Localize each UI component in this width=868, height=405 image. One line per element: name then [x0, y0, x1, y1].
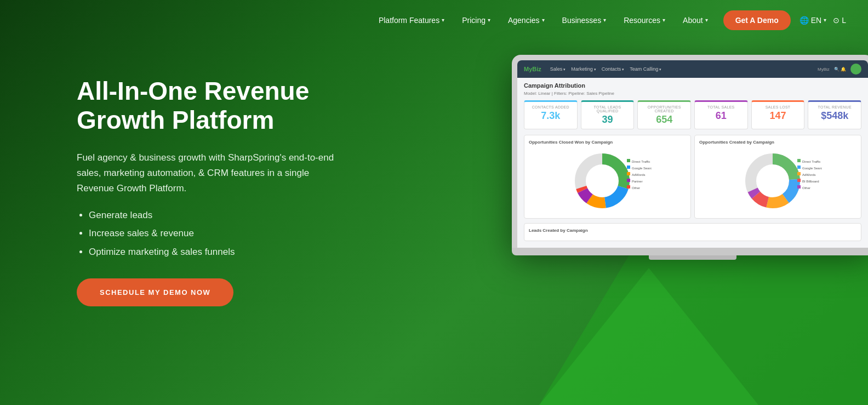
nav-platform-features-label: Platform Features	[379, 16, 439, 25]
dash-nav-sales[interactable]: Sales	[550, 66, 566, 72]
kpi-label: Opportunities Created	[642, 105, 686, 113]
nav-businesses[interactable]: Businesses ▾	[555, 12, 614, 29]
chevron-down-icon: ▾	[442, 17, 444, 23]
kpi-card-contacts: Contacts Added 7.3k	[524, 100, 578, 129]
svg-rect-26	[797, 166, 801, 169]
svg-point-6	[587, 166, 618, 196]
nav-agencies-label: Agencies	[508, 16, 540, 25]
hero-description: Fuel agency & business growth with Sharp…	[77, 150, 340, 196]
svg-point-23	[757, 166, 788, 196]
kpi-card-revenue: Total Revenue $548k	[808, 100, 861, 129]
svg-text:Other: Other	[632, 186, 640, 190]
svg-text:AdWords: AdWords	[802, 173, 816, 176]
get-demo-button[interactable]: Get A Demo	[723, 10, 791, 30]
charts-row: Opportunities Closed Won by Campaign	[524, 135, 861, 219]
chevron-down-icon: ▾	[542, 17, 545, 23]
user-icon: ⊙	[833, 16, 840, 25]
hero-section: Platform Features ▾ Pricing ▾ Agencies ▾…	[0, 0, 868, 405]
chevron-down-icon: ▾	[705, 17, 708, 23]
chart-created-by-campaign: Opportunities Created by Campaign	[694, 135, 861, 219]
dashboard-avatar	[850, 64, 861, 75]
hero-list: Generate leads Increase sales & revenue …	[77, 208, 384, 259]
laptop-base	[512, 248, 868, 255]
chevron-down-icon: ▾	[603, 17, 606, 23]
kpi-card-sales-lost: Sales Lost 147	[751, 100, 805, 129]
kpi-value: 147	[756, 110, 800, 122]
dash-icons: 🔍 🔔	[834, 67, 846, 72]
kpi-label: Sales Lost	[756, 105, 800, 109]
svg-text:Google Search: Google Search	[632, 167, 652, 170]
kpi-card-sales: Total Sales 61	[694, 100, 748, 129]
user-label: L	[842, 16, 846, 25]
kpi-value: 61	[699, 110, 743, 122]
lang-label: EN	[811, 16, 821, 25]
hero-content: All-In-One Revenue Growth Platform Fuel …	[77, 77, 384, 306]
nav-resources-label: Resources	[624, 16, 660, 25]
dash-mybiz-label: MyBiz	[818, 67, 830, 72]
kpi-value: 39	[586, 114, 630, 126]
dashboard-header: MyBiz Sales Marketing Contacts Team Call…	[517, 60, 868, 78]
kpi-label: Contacts Added	[529, 105, 573, 109]
laptop-mockup: MyBiz Sales Marketing Contacts Team Call…	[512, 55, 868, 260]
nav-platform-features[interactable]: Platform Features ▾	[371, 12, 452, 29]
svg-text:Direct Traffic: Direct Traffic	[802, 160, 821, 163]
kpi-value: 7.3k	[529, 110, 573, 122]
svg-text:BI Billboard: BI Billboard	[802, 180, 819, 183]
list-item: Optimize marketing & sales funnels	[89, 245, 384, 259]
list-item: Generate leads	[89, 208, 384, 223]
chart-closed-won: Opportunities Closed Won by Campaign	[524, 135, 691, 219]
list-item: Increase sales & revenue	[89, 226, 384, 241]
laptop-screen: MyBiz Sales Marketing Contacts Team Call…	[517, 60, 868, 248]
nav-businesses-label: Businesses	[562, 16, 602, 25]
svg-rect-24	[797, 159, 801, 162]
chart-title: Leads Created by Campaign	[529, 228, 856, 233]
dashboard-subtitle: Model: Linear | Filters: Pipeline: Sales…	[524, 91, 861, 96]
svg-rect-11	[627, 172, 630, 175]
svg-rect-7	[627, 159, 630, 162]
nav-pricing[interactable]: Pricing ▾	[454, 12, 498, 29]
nav-pricing-label: Pricing	[462, 16, 486, 25]
dash-nav-marketing[interactable]: Marketing	[571, 66, 596, 72]
laptop-outer: MyBiz Sales Marketing Contacts Team Call…	[512, 55, 868, 248]
dashboard-logo: MyBiz	[524, 66, 541, 72]
kpi-label: Total Revenue	[813, 105, 856, 109]
nav-about[interactable]: About ▾	[675, 12, 716, 29]
svg-text:Other: Other	[802, 186, 810, 190]
dashboard: MyBiz Sales Marketing Contacts Team Call…	[517, 60, 868, 248]
chevron-down-icon: ▾	[663, 17, 665, 23]
kpi-value: 654	[642, 114, 686, 126]
dash-nav-team-calling[interactable]: Team Calling	[630, 66, 661, 72]
hero-title: All-In-One Revenue Growth Platform	[77, 77, 384, 135]
user-menu[interactable]: ⊙ L	[833, 16, 846, 25]
language-selector[interactable]: 🌐 EN ▾	[800, 16, 826, 25]
globe-icon: 🌐	[800, 16, 809, 25]
svg-rect-15	[627, 185, 630, 189]
kpi-card-opportunities: Opportunities Created 654	[637, 100, 691, 129]
chart-leads-created: Leads Created by Campaign	[524, 223, 861, 241]
dashboard-section-title: Campaign Attribution	[524, 82, 861, 89]
svg-text:AdWords: AdWords	[632, 173, 646, 176]
chart-title: Opportunities Closed Won by Campaign	[529, 140, 686, 145]
kpi-label: Total Leads Qualified	[586, 105, 630, 113]
svg-rect-32	[797, 185, 801, 189]
svg-text:Partner: Partner	[632, 180, 643, 183]
svg-text:Google Search: Google Search	[802, 167, 822, 170]
nav-about-label: About	[683, 16, 703, 25]
schedule-demo-button[interactable]: SCHEDULE MY DEMO NOW	[77, 278, 233, 306]
dashboard-nav: Sales Marketing Contacts Team Calling	[550, 66, 661, 72]
svg-rect-13	[627, 179, 630, 182]
chart-title: Opportunities Created by Campaign	[699, 140, 856, 145]
kpi-card-leads: Total Leads Qualified 39	[581, 100, 635, 129]
dash-nav-contacts[interactable]: Contacts	[602, 66, 624, 72]
dashboard-right-controls: MyBiz 🔍 🔔	[818, 64, 861, 75]
navbar: Platform Features ▾ Pricing ▾ Agencies ▾…	[0, 0, 868, 40]
nav-agencies[interactable]: Agencies ▾	[500, 12, 552, 29]
kpi-value: $548k	[813, 110, 856, 122]
svg-rect-28	[797, 172, 801, 175]
chevron-down-icon: ▾	[488, 17, 490, 23]
nav-resources[interactable]: Resources ▾	[616, 12, 673, 29]
svg-rect-9	[627, 166, 630, 169]
donut-chart-2: Direct Traffic Google Search AdWords BI …	[699, 148, 856, 214]
svg-rect-30	[797, 179, 801, 182]
svg-text:Direct Traffic: Direct Traffic	[632, 160, 650, 163]
